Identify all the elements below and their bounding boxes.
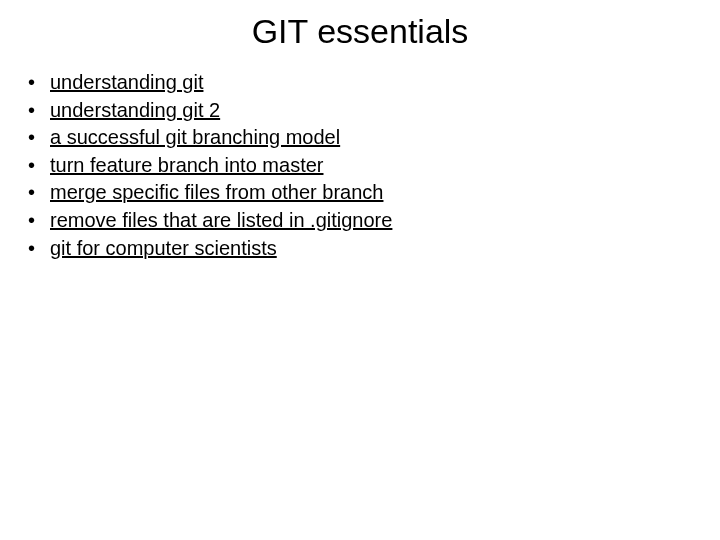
list-item: • turn feature branch into master: [28, 152, 720, 180]
link-git-scientists[interactable]: git for computer scientists: [50, 235, 277, 263]
list-item: • git for computer scientists: [28, 235, 720, 263]
bullet-icon: •: [28, 69, 50, 97]
bullet-icon: •: [28, 207, 50, 235]
link-remove-gitignore[interactable]: remove files that are listed in .gitigno…: [50, 207, 392, 235]
list-item: • remove files that are listed in .gitig…: [28, 207, 720, 235]
bullet-icon: •: [28, 152, 50, 180]
bullet-icon: •: [28, 97, 50, 125]
link-merge-specific-files[interactable]: merge specific files from other branch: [50, 179, 383, 207]
link-branching-model[interactable]: a successful git branching model: [50, 124, 340, 152]
list-item: • a successful git branching model: [28, 124, 720, 152]
link-feature-master[interactable]: turn feature branch into master: [50, 152, 323, 180]
link-list: • understanding git • understanding git …: [0, 69, 720, 262]
link-understanding-git[interactable]: understanding git: [50, 69, 203, 97]
list-item: • merge specific files from other branch: [28, 179, 720, 207]
link-understanding-git-2[interactable]: understanding git 2: [50, 97, 220, 125]
list-item: • understanding git: [28, 69, 720, 97]
bullet-icon: •: [28, 235, 50, 263]
slide-title: GIT essentials: [0, 12, 720, 51]
list-item: • understanding git 2: [28, 97, 720, 125]
bullet-icon: •: [28, 124, 50, 152]
bullet-icon: •: [28, 179, 50, 207]
